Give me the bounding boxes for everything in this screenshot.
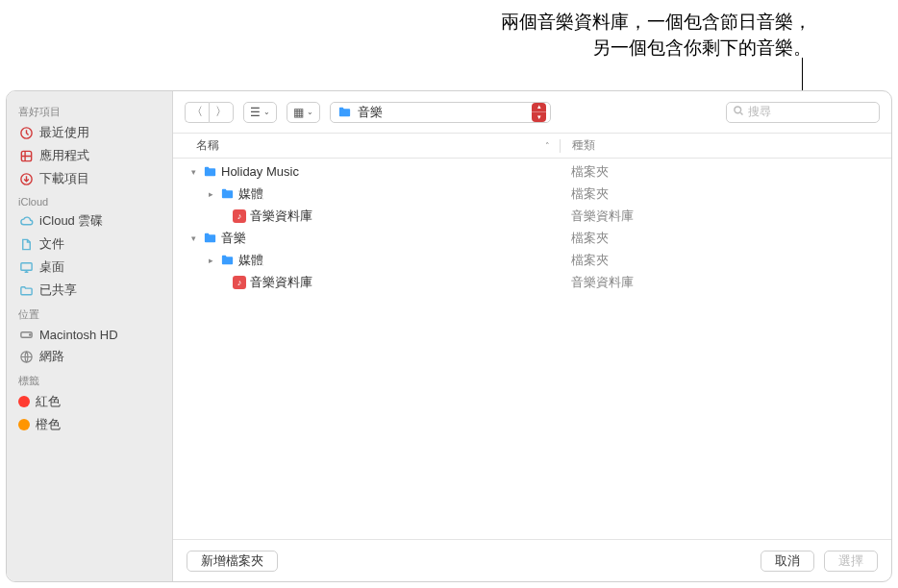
- sidebar-item-shared[interactable]: 已共享: [7, 279, 172, 302]
- sidebar-item-tag-orange[interactable]: 橙色: [7, 413, 172, 436]
- sidebar-item-label: Macintosh HD: [39, 328, 118, 342]
- disclosure-triangle-icon[interactable]: ▸: [206, 189, 215, 199]
- path-popup[interactable]: 音樂 ▴ ▾: [330, 102, 551, 123]
- file-kind-cell: 檔案夾: [571, 185, 609, 203]
- file-row[interactable]: ♪音樂資料庫音樂資料庫: [173, 271, 891, 293]
- sidebar-item-documents[interactable]: 文件: [7, 233, 172, 256]
- new-folder-button[interactable]: 新增檔案夾: [187, 551, 278, 572]
- clock-icon: [18, 125, 34, 140]
- search-icon: [733, 105, 744, 119]
- applications-icon: [18, 148, 34, 163]
- path-stepper: ▴ ▾: [532, 103, 546, 122]
- sidebar-item-label: 已共享: [39, 282, 77, 299]
- tag-dot-red: [18, 396, 30, 407]
- sidebar-item-applications[interactable]: 應用程式: [7, 144, 172, 167]
- column-header: 名稱 ˄ 種類: [173, 134, 891, 159]
- file-name-label: 媒體: [238, 185, 263, 203]
- stepper-down-icon[interactable]: ▾: [532, 112, 546, 122]
- group-button[interactable]: ☰ ⌄: [243, 102, 277, 123]
- tag-dot-orange: [18, 419, 30, 430]
- file-name-label: 音樂資料庫: [250, 274, 312, 291]
- desktop-icon: [18, 259, 34, 275]
- forward-button[interactable]: 〉: [209, 102, 234, 123]
- disclosure-triangle-icon[interactable]: ▸: [206, 256, 215, 265]
- view-button[interactable]: ▦ ⌄: [287, 102, 320, 123]
- sidebar-item-label: 桌面: [39, 258, 64, 276]
- footer: 新增檔案夾 取消 選擇: [173, 539, 891, 581]
- column-name[interactable]: 名稱: [196, 137, 219, 154]
- toolbar: 〈 〉 ☰ ⌄ ▦ ⌄ 音樂 ▴ ▾: [173, 91, 891, 134]
- file-name-cell: ▸媒體: [185, 185, 571, 203]
- sidebar-item-label: 下載項目: [39, 170, 89, 187]
- file-row[interactable]: ▸媒體檔案夾: [173, 183, 891, 205]
- document-icon: [18, 236, 34, 252]
- network-icon: [18, 349, 34, 364]
- chevron-right-icon: 〉: [215, 104, 227, 120]
- file-name-label: 媒體: [238, 252, 263, 269]
- sidebar-item-label: iCloud 雲碟: [39, 212, 103, 230]
- cancel-button[interactable]: 取消: [761, 551, 814, 572]
- folder-icon: [337, 105, 352, 120]
- sidebar-item-label: 應用程式: [39, 147, 89, 164]
- file-name-cell: ♪音樂資料庫: [185, 208, 571, 225]
- file-name-cell: ▸媒體: [185, 252, 571, 269]
- sidebar-item-label: 文件: [39, 235, 64, 253]
- sidebar-item-recents[interactable]: 最近使用: [7, 121, 172, 144]
- svg-point-5: [29, 333, 30, 334]
- disclosure-triangle-icon[interactable]: ▾: [188, 233, 198, 243]
- sort-ascending-icon: ˄: [545, 141, 560, 151]
- sidebar-item-macintosh-hd[interactable]: Macintosh HD: [7, 324, 172, 345]
- sidebar-section-favorites: 喜好項目: [7, 99, 172, 121]
- annotation-line1: 兩個音樂資料庫，一個包含節日音樂，: [501, 10, 811, 36]
- icons-icon: ▦: [293, 106, 304, 119]
- stepper-up-icon[interactable]: ▴: [532, 103, 546, 112]
- file-chooser-window: 喜好項目 最近使用 應用程式 下載項目 iCloud iCloud 雲碟 文件 …: [6, 90, 892, 582]
- choose-button[interactable]: 選擇: [824, 551, 878, 572]
- sidebar-item-label: 橙色: [36, 416, 61, 433]
- file-row[interactable]: ♪音樂資料庫音樂資料庫: [173, 205, 891, 227]
- sidebar: 喜好項目 最近使用 應用程式 下載項目 iCloud iCloud 雲碟 文件 …: [7, 91, 173, 581]
- file-name-cell: ▾Holiday Music: [185, 164, 571, 180]
- annotation: 兩個音樂資料庫，一個包含節日音樂， 另一個包含你剩下的音樂。: [501, 10, 811, 61]
- folder-icon: [202, 164, 217, 180]
- music-library-icon: ♪: [233, 276, 246, 289]
- path-label: 音樂: [358, 104, 383, 121]
- file-row[interactable]: ▾音樂檔案夾: [173, 227, 891, 249]
- sidebar-item-tag-red[interactable]: 紅色: [7, 390, 172, 413]
- file-kind-cell: 檔案夾: [571, 252, 609, 269]
- file-kind-cell: 檔案夾: [571, 230, 609, 247]
- column-kind[interactable]: 種類: [572, 138, 595, 152]
- main-pane: 〈 〉 ☰ ⌄ ▦ ⌄ 音樂 ▴ ▾: [173, 91, 891, 581]
- search-placeholder: 搜尋: [748, 104, 771, 120]
- downloads-icon: [18, 171, 34, 186]
- sidebar-section-icloud: iCloud: [7, 190, 172, 209]
- sidebar-item-network[interactable]: 網路: [7, 345, 172, 368]
- file-name-label: 音樂: [221, 230, 246, 247]
- chevron-left-icon: 〈: [191, 104, 203, 120]
- sidebar-item-icloud-drive[interactable]: iCloud 雲碟: [7, 209, 172, 233]
- sidebar-section-locations: 位置: [7, 302, 172, 324]
- cloud-icon: [18, 213, 34, 229]
- shared-icon: [18, 282, 34, 298]
- file-listing: ▾Holiday Music檔案夾▸媒體檔案夾♪音樂資料庫音樂資料庫▾音樂檔案夾…: [173, 159, 891, 539]
- file-name-label: 音樂資料庫: [250, 208, 312, 225]
- back-button[interactable]: 〈: [185, 102, 209, 123]
- disclosure-triangle-icon[interactable]: ▾: [188, 167, 198, 177]
- sidebar-item-label: 紅色: [36, 393, 61, 410]
- sidebar-item-desktop[interactable]: 桌面: [7, 256, 172, 279]
- file-name-cell: ♪音樂資料庫: [185, 274, 571, 291]
- file-row[interactable]: ▸媒體檔案夾: [173, 249, 891, 271]
- disk-icon: [18, 327, 34, 342]
- svg-rect-3: [20, 262, 31, 270]
- file-name-cell: ▾音樂: [185, 230, 571, 247]
- sidebar-section-tags: 標籤: [7, 368, 172, 390]
- file-row[interactable]: ▾Holiday Music檔案夾: [173, 160, 891, 183]
- file-kind-cell: 音樂資料庫: [571, 208, 634, 225]
- svg-point-7: [735, 107, 741, 113]
- folder-icon: [219, 186, 235, 202]
- search-input[interactable]: 搜尋: [726, 102, 880, 123]
- chevron-down-icon: ⌄: [263, 108, 270, 116]
- file-name-label: Holiday Music: [221, 164, 299, 179]
- sidebar-item-downloads[interactable]: 下載項目: [7, 167, 172, 190]
- list-icon: ☰: [250, 106, 261, 119]
